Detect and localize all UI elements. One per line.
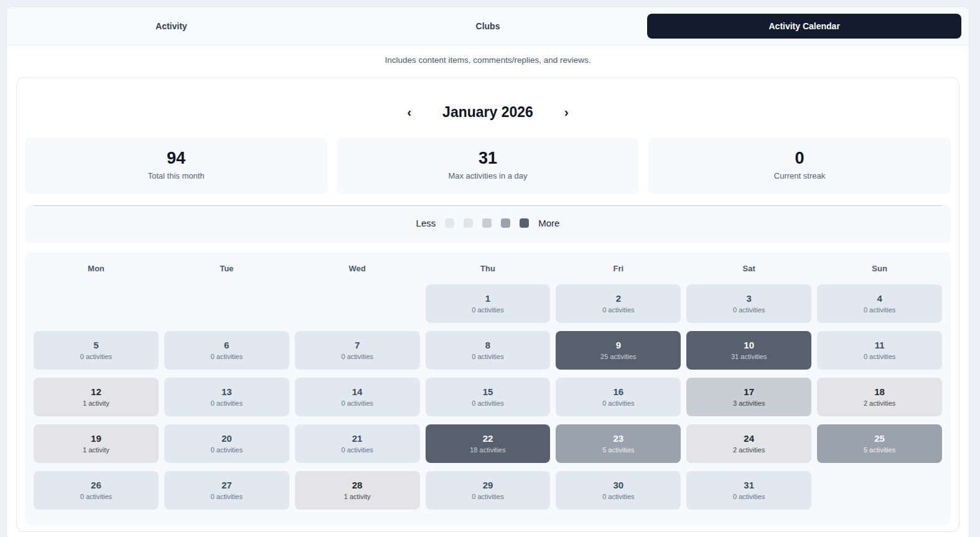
calendar-day-cell-5[interactable]: 50 activities [34,331,159,370]
calendar-day-cell-3[interactable]: 30 activities [686,284,811,323]
calendar-day-cell-13[interactable]: 130 activities [164,378,289,416]
day-number: 18 [874,386,885,398]
calendar-day-cell-23[interactable]: 235 activities [556,424,681,463]
day-activity-count: 31 activities [731,353,767,361]
calendar-day-cell-28[interactable]: 281 activity [295,471,420,510]
chevron-left-icon: ‹ [407,105,411,119]
legend-level-1-swatch [464,218,473,228]
calendar-day-cell-22[interactable]: 2218 activities [426,424,551,463]
day-number: 29 [483,480,493,491]
day-activity-count: 3 activities [733,399,765,408]
calendar-empty-cell [295,284,420,323]
calendar-day-cell-4[interactable]: 40 activities [817,284,942,323]
day-number: 9 [616,340,621,351]
day-activity-count: 5 activities [602,446,634,454]
day-activity-count: 0 activities [602,493,634,501]
calendar-day-cell-15[interactable]: 150 activities [426,378,551,416]
day-activity-count: 0 activities [602,399,634,408]
calendar-day-cell-14[interactable]: 140 activities [295,378,420,416]
legend-level-0-swatch [445,218,454,228]
tab-bar: Activity Clubs Activity Calendar [7,7,969,45]
legend-swatches [445,218,529,228]
calendar-day-cell-10[interactable]: 1031 activities [686,331,811,370]
day-number: 8 [485,340,490,351]
calendar-day-cell-18[interactable]: 182 activities [817,378,942,416]
calendar-day-cell-19[interactable]: 191 activity [34,424,159,463]
tab-clubs-label: Clubs [476,21,500,31]
day-number: 22 [483,433,493,444]
calendar-day-cell-9[interactable]: 925 activities [556,331,681,370]
day-activity-count: 0 activities [733,306,765,314]
legend-level-3-swatch [501,218,510,228]
day-number: 19 [91,433,101,444]
stat-max-activities: 31 Max activities in a day [337,138,639,194]
day-number: 13 [222,386,232,398]
day-activity-count: 0 activities [341,446,373,454]
day-activity-count: 1 activity [344,493,371,501]
calendar-day-cell-20[interactable]: 200 activities [164,424,289,463]
chevron-right-icon: › [564,105,569,119]
next-month-button[interactable]: › [561,103,572,121]
calendar-day-cell-16[interactable]: 160 activities [556,378,681,416]
calendar-day-cell-30[interactable]: 300 activities [556,471,681,510]
calendar-day-cell-12[interactable]: 121 activity [34,378,159,416]
weekday-label-fri: Fri [556,260,681,279]
calendar-day-cell-2[interactable]: 20 activities [556,284,681,323]
day-number: 27 [222,480,232,491]
day-number: 6 [224,340,229,351]
day-activity-count: 1 activity [83,399,110,408]
day-activity-count: 0 activities [602,306,634,314]
day-number: 28 [352,480,363,491]
stat-current-streak: 0 Current streak [648,138,951,194]
legend-level-4-swatch [520,218,529,228]
weekday-header-row: MonTueWedThuFriSatSun [34,260,942,279]
stat-label: Current streak [648,171,951,181]
tab-activity-calendar-label: Activity Calendar [768,21,839,31]
day-number: 7 [355,340,360,351]
weekday-label-wed: Wed [295,260,420,279]
calendar-day-cell-8[interactable]: 80 activities [426,331,551,370]
calendar-day-cell-21[interactable]: 210 activities [295,424,420,463]
day-activity-count: 18 activities [470,446,505,454]
calendar-day-cell-1[interactable]: 10 activities [426,284,551,323]
day-number: 24 [744,433,754,444]
calendar-day-cell-27[interactable]: 270 activities [164,471,289,510]
previous-month-button[interactable]: ‹ [403,103,415,121]
stats-row: 94 Total this month 31 Max activities in… [25,138,951,194]
tab-clubs[interactable]: Clubs [330,7,646,45]
day-number: 16 [614,386,624,398]
day-number: 3 [747,293,752,304]
weekday-label-thu: Thu [426,260,551,279]
calendar-day-cell-6[interactable]: 60 activities [164,331,289,370]
tab-activity-calendar[interactable]: Activity Calendar [646,7,963,45]
calendar-description: Includes content items, comments/replies… [7,45,969,65]
day-number: 4 [877,293,882,304]
day-activity-count: 0 activities [341,399,373,408]
calendar-day-cell-25[interactable]: 255 activities [817,424,942,463]
calendar-day-cell-29[interactable]: 290 activities [426,471,551,510]
weekday-label-sun: Sun [817,260,942,279]
calendar-day-cell-11[interactable]: 110 activities [817,331,942,370]
calendar-day-cell-26[interactable]: 260 activities [34,471,159,510]
day-activity-count: 0 activities [864,306,895,314]
legend-panel: Less More [25,205,951,243]
day-activity-count: 0 activities [80,493,112,501]
day-number: 15 [483,386,493,398]
activity-calendar-panel: ‹ January 2026 › 94 Total this month 31 … [16,77,959,532]
day-activity-count: 0 activities [472,353,503,361]
day-activity-count: 1 activity [83,446,110,454]
day-activity-count: 0 activities [472,306,503,314]
calendar-empty-cell [817,471,942,510]
day-activity-count: 0 activities [80,353,112,361]
stat-value: 94 [25,148,327,168]
day-number: 11 [875,340,885,351]
calendar-day-cell-24[interactable]: 242 activities [686,424,811,463]
weekday-label-tue: Tue [164,260,289,279]
stat-label: Total this month [25,171,327,181]
day-number: 17 [744,386,754,398]
activity-app-card: Activity Clubs Activity Calendar Include… [6,6,969,537]
calendar-day-cell-7[interactable]: 70 activities [295,331,420,370]
tab-activity[interactable]: Activity [13,7,330,45]
calendar-day-cell-17[interactable]: 173 activities [686,378,811,416]
calendar-day-cell-31[interactable]: 310 activities [686,471,811,510]
